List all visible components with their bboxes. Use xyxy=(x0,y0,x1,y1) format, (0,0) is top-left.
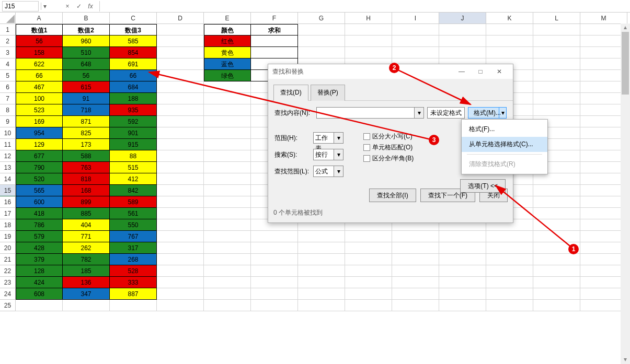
cell[interactable] xyxy=(251,254,298,265)
cell[interactable]: 915 xyxy=(110,139,157,150)
column-header[interactable]: F xyxy=(251,13,298,24)
lookin-select[interactable]: 公式▾ xyxy=(313,166,343,177)
cell[interactable] xyxy=(439,265,486,277)
cell[interactable] xyxy=(392,254,439,265)
row-header[interactable]: 3 xyxy=(0,47,16,58)
row-header[interactable]: 16 xyxy=(0,196,16,208)
cell[interactable] xyxy=(486,288,533,300)
cell[interactable]: 467 xyxy=(16,81,63,93)
column-header[interactable]: A xyxy=(16,13,63,24)
row-header[interactable]: 2 xyxy=(0,36,16,47)
cell[interactable] xyxy=(486,36,533,47)
cell[interactable] xyxy=(204,150,251,162)
cell[interactable]: 718 xyxy=(63,104,110,116)
row-header[interactable]: 13 xyxy=(0,162,16,173)
cell[interactable] xyxy=(298,277,345,288)
chevron-down-icon[interactable]: ▾ xyxy=(414,108,423,118)
cell[interactable] xyxy=(204,219,251,231)
cell[interactable]: 317 xyxy=(110,242,157,254)
cell[interactable] xyxy=(157,277,204,288)
chevron-down-icon[interactable]: ▾ xyxy=(334,149,343,160)
cell[interactable]: 128 xyxy=(16,265,63,277)
cell[interactable] xyxy=(533,47,580,58)
cell[interactable]: 黄色 xyxy=(204,47,251,58)
cell[interactable] xyxy=(157,58,204,70)
cell[interactable] xyxy=(251,242,298,254)
cell[interactable]: 520 xyxy=(16,173,63,185)
cell[interactable] xyxy=(251,36,298,47)
cell[interactable] xyxy=(63,300,110,311)
select-all-corner[interactable] xyxy=(0,13,16,24)
cell[interactable] xyxy=(204,185,251,196)
cell[interactable] xyxy=(439,288,486,300)
cell[interactable] xyxy=(486,242,533,254)
confirm-icon[interactable]: ✓ xyxy=(74,3,84,10)
cell[interactable] xyxy=(157,47,204,58)
cell[interactable]: 颜色 xyxy=(204,24,251,36)
menu-item-format[interactable]: 格式(F)... xyxy=(462,122,547,137)
cell[interactable] xyxy=(392,288,439,300)
cell[interactable]: 622 xyxy=(16,58,63,70)
row-header[interactable]: 17 xyxy=(0,208,16,219)
cell[interactable]: 数值2 xyxy=(63,24,110,36)
cell[interactable] xyxy=(533,93,580,104)
cell[interactable]: 901 xyxy=(110,127,157,139)
width-checkbox[interactable] xyxy=(363,155,370,162)
cell[interactable] xyxy=(533,219,580,231)
cell[interactable] xyxy=(251,265,298,277)
cell[interactable] xyxy=(486,231,533,242)
cell[interactable]: 579 xyxy=(16,231,63,242)
cell[interactable]: 333 xyxy=(110,277,157,288)
scrollbar-thumb[interactable] xyxy=(622,32,629,95)
cell[interactable] xyxy=(533,265,580,277)
cell[interactable]: 56 xyxy=(63,70,110,81)
cell[interactable] xyxy=(392,47,439,58)
cell[interactable]: 169 xyxy=(16,116,63,127)
cell[interactable] xyxy=(204,265,251,277)
cell[interactable] xyxy=(251,288,298,300)
cell[interactable] xyxy=(392,242,439,254)
column-header[interactable]: M xyxy=(580,13,627,24)
row-header[interactable]: 25 xyxy=(0,300,16,311)
cell[interactable] xyxy=(533,185,580,196)
cell[interactable]: 158 xyxy=(16,47,63,58)
column-header[interactable]: G xyxy=(298,13,345,24)
cell[interactable]: 91 xyxy=(63,93,110,104)
search-select[interactable]: 按行▾ xyxy=(313,149,343,160)
cell[interactable] xyxy=(345,47,392,58)
cell[interactable]: 418 xyxy=(16,208,63,219)
cell[interactable]: 数值1 xyxy=(16,24,63,36)
row-header[interactable]: 21 xyxy=(0,254,16,265)
cell[interactable]: 424 xyxy=(16,277,63,288)
cell[interactable]: 854 xyxy=(110,47,157,58)
cell[interactable] xyxy=(157,150,204,162)
chevron-down-icon[interactable]: ▾ xyxy=(499,108,506,118)
cell[interactable] xyxy=(157,242,204,254)
cell[interactable] xyxy=(345,277,392,288)
cell[interactable]: 648 xyxy=(63,58,110,70)
cell[interactable] xyxy=(533,277,580,288)
row-header[interactable]: 15 xyxy=(0,185,16,196)
cell[interactable]: 842 xyxy=(110,185,157,196)
cell[interactable]: 523 xyxy=(16,104,63,116)
cell[interactable] xyxy=(157,24,204,36)
cell[interactable]: 677 xyxy=(16,150,63,162)
cell[interactable]: 404 xyxy=(63,219,110,231)
cell[interactable] xyxy=(251,277,298,288)
cell[interactable] xyxy=(204,162,251,173)
cell[interactable] xyxy=(439,231,486,242)
format-button[interactable]: 格式(M)...▾ xyxy=(468,107,507,119)
cell[interactable]: 262 xyxy=(63,242,110,254)
cell[interactable]: 818 xyxy=(63,173,110,185)
cell[interactable]: 691 xyxy=(110,58,157,70)
cell[interactable] xyxy=(392,265,439,277)
vertical-scrollbar[interactable]: ▴ ▾ xyxy=(621,24,630,364)
cell[interactable]: 求和 xyxy=(251,24,298,36)
row-header[interactable]: 8 xyxy=(0,104,16,116)
cell[interactable] xyxy=(392,24,439,36)
cell[interactable] xyxy=(439,36,486,47)
column-header[interactable]: C xyxy=(110,13,157,24)
cell[interactable] xyxy=(486,254,533,265)
row-header[interactable]: 1 xyxy=(0,24,16,36)
cell[interactable] xyxy=(204,173,251,185)
